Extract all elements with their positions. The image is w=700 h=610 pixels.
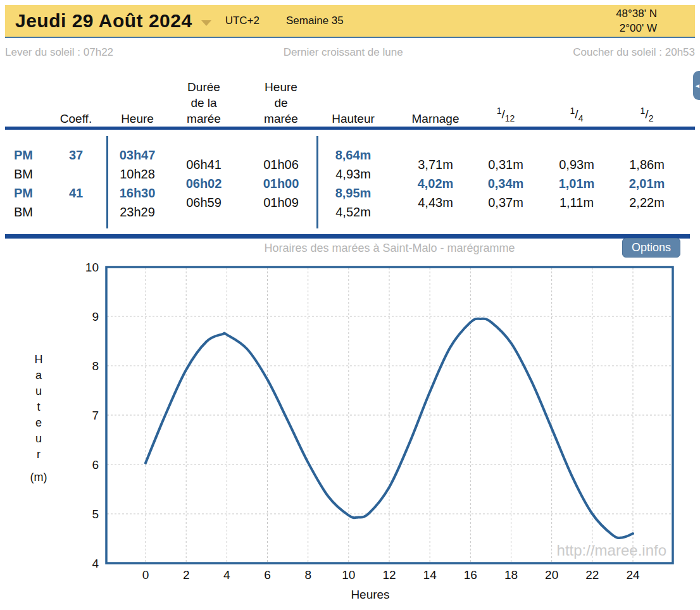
x-tick-label: 8	[304, 568, 311, 582]
intervals-f4-cell: 0,93m	[559, 155, 594, 174]
tides-coeff-cell: 37	[69, 146, 83, 165]
intervals-duree-cell: 06h02	[186, 174, 222, 193]
x-tick-label: 0	[142, 568, 149, 582]
options-button-label: Options	[632, 241, 671, 254]
tides-coeff-cell: 41	[69, 184, 83, 202]
col-header-heure: Heure	[109, 66, 166, 127]
tides-hauteur-cell: 8,95m	[335, 184, 372, 202]
col-header-duree: Durée de la marée	[175, 66, 232, 127]
col-one-half: 1,86m2,01m2,22m	[616, 155, 677, 212]
intervals-f2-cell: 2,22m	[629, 193, 665, 212]
col-heure-maree: 01h0601h0001h09	[253, 155, 309, 212]
intervals-duree-cell: 06h59	[186, 193, 222, 212]
col-one-quarter: 0,93m1,01m1,11m	[546, 155, 607, 212]
col-coeff: 3741	[52, 146, 100, 221]
tides-hauteur-cell: 4,52m	[335, 202, 371, 221]
tides-heure-cell: 23h29	[120, 202, 155, 221]
col-header-one-quarter: 1/4	[546, 66, 607, 127]
tides-type-cell: BM	[14, 202, 33, 221]
intervals-f12-cell: 0,34m	[488, 174, 524, 193]
intervals-f12-cell: 0,37m	[488, 193, 523, 212]
tides-heure-cell: 16h30	[120, 184, 156, 202]
moon-phase-label: Dernier croissant de lune	[284, 46, 403, 59]
tides-hauteur-cell: 8,64m	[335, 146, 372, 165]
intervals-heure_maree-cell: 01h00	[263, 174, 299, 193]
tides-type-cell: PM	[14, 184, 33, 202]
x-tick-label: 24	[626, 568, 640, 582]
tides-type-cell: BM	[14, 165, 33, 184]
y-tick-label: 5	[92, 507, 99, 521]
x-tick-label: 14	[423, 568, 437, 582]
chart-title: Horaires des marées à Saint-Malo - marég…	[106, 242, 673, 255]
latitude-value: 48°38' N	[616, 6, 657, 21]
col-heure: 03h4710h2816h3023h29	[109, 146, 166, 221]
x-tick-label: 2	[183, 568, 190, 582]
timezone-label: UTC+2	[225, 15, 259, 27]
intervals-f4-cell: 1,01m	[559, 174, 595, 193]
date-banner: Jeudi 29 Août 2024 UTC+2 Semaine 35 48°3…	[5, 5, 695, 38]
x-tick-label: 20	[545, 568, 558, 582]
x-tick-label: 12	[382, 568, 396, 582]
intervals-f4-cell: 1,11m	[559, 193, 594, 212]
col-one-twelfth: 0,31m0,34m0,37m	[475, 155, 536, 212]
tides-hauteur-cell: 4,93m	[335, 165, 371, 184]
col-duree: 06h4106h0206h59	[175, 155, 232, 212]
side-panel-tab[interactable]: ◄	[693, 71, 700, 100]
col-header-one-half: 1/2	[616, 66, 677, 127]
intervals-heure_maree-cell: 01h09	[263, 193, 299, 212]
longitude-value: 2°00' W	[616, 21, 657, 35]
intervals-marnage-cell: 4,43m	[418, 193, 453, 212]
intervals-f2-cell: 1,86m	[629, 155, 665, 174]
x-tick-label: 16	[464, 568, 477, 582]
table-header-rule	[5, 127, 695, 130]
chevron-left-icon: ◄	[694, 82, 700, 89]
col-header-coeff: Coeff.	[52, 66, 100, 127]
watermark: http://maree.info	[557, 542, 666, 559]
y-tick-label: 7	[92, 409, 99, 422]
sun-info-row: Lever du soleil : 07h22 Dernier croissan…	[5, 46, 695, 59]
x-tick-label: 22	[585, 568, 599, 582]
tide-curve-chart: 45678910024681012141618202224Heureshttp:…	[0, 259, 700, 610]
y-tick-label: 9	[92, 310, 99, 323]
options-button[interactable]: Options	[622, 238, 680, 258]
tides-heure-cell: 03h47	[120, 146, 156, 165]
column-separator	[316, 136, 318, 228]
intervals-f12-cell: 0,31m	[488, 155, 523, 174]
x-tick-label: 18	[504, 568, 518, 582]
x-tick-label: 4	[223, 568, 230, 582]
section-divider	[5, 234, 690, 239]
col-header-one-twelfth: 1/12	[475, 66, 536, 127]
x-tick-label: 6	[264, 568, 271, 582]
tide-table: Coeff. Heure Durée de la marée Heure de …	[5, 66, 695, 232]
col-header-heure-maree: Heure de marée	[253, 66, 309, 127]
intervals-marnage-cell: 3,71m	[418, 155, 453, 174]
date-selector[interactable]: Jeudi 29 Août 2024	[15, 10, 211, 32]
sunset-label: Coucher du soleil : 20h53	[573, 46, 695, 59]
intervals-marnage-cell: 4,02m	[418, 174, 454, 193]
y-tick-label: 6	[92, 458, 99, 471]
col-header-marnage: Marnage	[405, 66, 466, 127]
col-tide-type: PMBMPMBM	[14, 146, 43, 221]
chevron-down-icon[interactable]	[201, 20, 211, 26]
col-hauteur: 8,64m4,93m8,95m4,52m	[323, 146, 384, 221]
x-tick-label: 10	[342, 568, 355, 582]
intervals-f2-cell: 2,01m	[629, 174, 665, 193]
page-title-date: Jeudi 29 Août 2024	[15, 10, 192, 32]
week-label: Semaine 35	[286, 15, 344, 27]
column-separator	[106, 136, 108, 228]
y-tick-label: 4	[92, 557, 99, 570]
y-tick-label: 8	[92, 359, 99, 373]
tides-type-cell: PM	[14, 146, 33, 165]
x-axis-title: Heures	[351, 588, 389, 601]
col-marnage: 3,71m4,02m4,43m	[405, 155, 466, 212]
coordinates: 48°38' N 2°00' W	[616, 6, 657, 35]
y-tick-label: 10	[85, 261, 99, 274]
sunrise-label: Lever du soleil : 07h22	[5, 46, 113, 59]
intervals-heure_maree-cell: 01h06	[263, 155, 299, 174]
tides-heure-cell: 10h28	[120, 165, 155, 184]
intervals-duree-cell: 06h41	[186, 155, 222, 174]
col-header-hauteur: Hauteur	[323, 66, 384, 127]
